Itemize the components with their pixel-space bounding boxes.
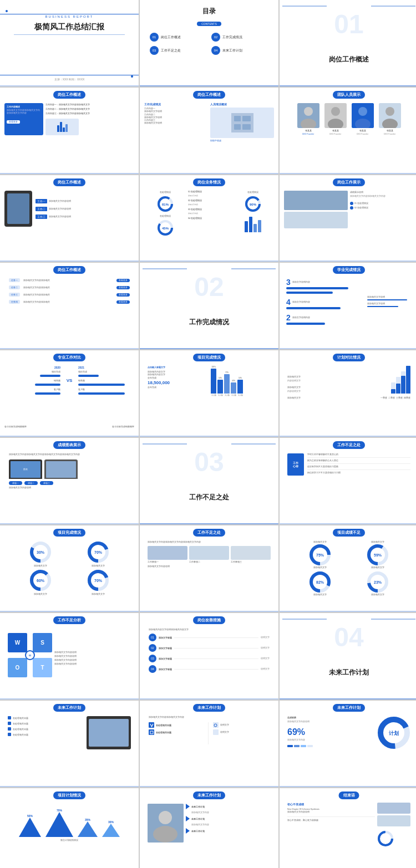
s21-chart4: 23% 添加相关文字 xyxy=(350,571,405,596)
s8-donut1: 81% xyxy=(157,196,174,212)
slide-28: 项目计划情况 50% 70% 35% 3 xyxy=(0,788,139,868)
s9-text1: 添加相关文字内容添加相关文字内容 xyxy=(350,195,414,198)
s30-swot xyxy=(377,830,410,847)
person-name-1: 张某某 xyxy=(305,129,312,132)
person-title-3: CEO Founder xyxy=(357,133,369,135)
s4-item1: 工作内容一：添加相关文字内容添加相关文字 xyxy=(45,103,134,106)
svg-text:82%: 82% xyxy=(316,580,324,584)
s29-step3: 未来工作计划 xyxy=(186,828,271,834)
s30-text2: 初心不变成绩，聚心发力谋新篇 xyxy=(287,819,375,822)
slide-5-title: 岗位工作概述 xyxy=(193,91,225,99)
toc-title: 目录 xyxy=(144,7,274,16)
slide-23: 岗位改善措施 添加相关内容文字说明添加相关内容文字 01 添加文字标题 说明文字… xyxy=(140,613,278,699)
toc-text-4: 未来工作计划 xyxy=(222,48,242,53)
toc-item-2: 02 工作完成情况 xyxy=(211,33,268,42)
s4-chart xyxy=(45,119,79,135)
slide-8: 岗位业务情况 在处理情况 81% 在处理情况 xyxy=(140,175,278,262)
s8-item04: 04 在处理情况 xyxy=(188,217,230,219)
s22-text1: 添加相关文字内容说明 xyxy=(54,651,131,653)
slide-15: 计划对比情况 添加相关文字 内容说明文字 添加相关文字 内容说明文字 添加相关文… xyxy=(280,350,416,437)
section-title-01: 岗位工作概述 xyxy=(329,55,369,64)
slide-10: 岗位工作概述 任务一 添加相关文字内容添加相关 查看更多 任务二 添加相关文字内… xyxy=(0,263,139,349)
svg-text:计划: 计划 xyxy=(389,731,399,736)
s9-photo2 xyxy=(284,212,348,228)
s8-donut3: 90% xyxy=(245,196,261,212)
s15-arrows: 一季度 二季度 三季度 四季度 xyxy=(350,366,410,399)
slide-grid: BUSINESS REPORT 极简风工作总结汇报 主讲：XXX 时间：XXXX… xyxy=(0,0,416,868)
s12-item1: 3 添加文字说明内容 xyxy=(286,278,364,286)
toc-item-4: 04 未来工作计划 xyxy=(211,46,268,55)
swot-center: 02 xyxy=(25,650,35,660)
s16-badge3: 课题三 xyxy=(40,481,53,485)
s25-item1: 在处理相关问题 xyxy=(8,716,84,719)
svg-point-6 xyxy=(304,107,313,116)
s18-item2: 因为之前没有积极的公从人类位 xyxy=(307,459,410,462)
person-name-2: 张某某 xyxy=(332,129,339,132)
slide-24: 04 未来工作计划 xyxy=(280,613,416,699)
s13-vs: VS xyxy=(64,366,75,395)
s22-text2: 添加相关文字内容说明 xyxy=(54,655,131,657)
s8-barchart xyxy=(245,217,261,232)
toc-num-3: 03 xyxy=(150,46,159,55)
section-num-02: 02 xyxy=(194,274,224,300)
slide-12-title: 学业完成情况 xyxy=(333,266,365,274)
slide-27: 未来工作计划 达成收获 添加相关文字内容说明 69% 添加相关文字内容 xyxy=(280,701,416,787)
s19-chart1: 30% 添加相关文字 xyxy=(13,541,68,567)
slide-28-title: 项目计划情况 xyxy=(53,792,85,799)
s5-photo xyxy=(210,108,274,138)
slide-13-title: 专业工作对比 xyxy=(53,354,85,361)
s10-task1: 任务一 添加相关文字内容添加相关 查看更多 xyxy=(9,278,130,282)
slide-30: 结束语 初心不变成绩 New Chapter Of Cohesion Symbi… xyxy=(280,788,416,868)
s12-item3: 2 添加文字说明内容 xyxy=(286,314,364,321)
s5-work-title: 工作完成情况 xyxy=(144,103,208,106)
s16-badge2: 课题二 xyxy=(24,481,38,485)
toc-item-3: 03 工作不足之处 xyxy=(150,46,207,55)
person-photo-3 xyxy=(352,103,374,128)
s26-item3: 说明文字 xyxy=(213,722,270,728)
s27-chart: 计划 xyxy=(377,716,410,749)
svg-rect-52 xyxy=(150,731,153,734)
s12-item2: 4 添加文字说明内容 xyxy=(286,298,364,306)
svg-rect-26 xyxy=(284,191,348,210)
section-num-03: 03 xyxy=(194,449,224,476)
slide-27-title: 未来工作计划 xyxy=(333,704,365,712)
s30-photo2 xyxy=(377,815,410,826)
svg-text:70%: 70% xyxy=(94,579,103,583)
slide-16: 成绩图表展示 添加相关文字内容添加相关文字内容添加相关文字内容添加相关文字内容 … xyxy=(0,438,139,524)
svg-text:60%: 60% xyxy=(37,579,45,583)
section-num-04: 04 xyxy=(334,624,363,651)
slide-8-title: 岗位业务情况 xyxy=(193,178,225,186)
slide-14: 项目完成情况 点击输入标题文字 添加相关内容文字添加相关内容文字全年完成18,5… xyxy=(140,350,278,437)
s18-item4: 岗位的学习下不大某些项目习习惯 xyxy=(307,472,410,474)
slide-7: 岗位工作概述 工作一 添加相关文字内容说明 工作二 添加相关文字内容说明 工作三 xyxy=(0,175,139,262)
s9-item1: 01 在处理情况 xyxy=(350,202,414,205)
s15-label1: 添加相关文字 xyxy=(287,375,348,378)
slide-23-title: 岗位改善措施 xyxy=(193,616,225,624)
s15-label3: 添加相关文字 xyxy=(287,396,348,399)
svg-point-58 xyxy=(159,811,172,824)
person-2: 张某某 CEO Founder xyxy=(323,103,348,135)
cover-main-title: 极简风工作总结汇报 xyxy=(34,22,104,32)
svg-text:45%: 45% xyxy=(162,227,169,230)
s27-legend xyxy=(287,745,375,747)
person-photo-1 xyxy=(297,103,319,128)
s16-laptop: 图表 xyxy=(9,459,42,479)
svg-rect-1 xyxy=(234,116,241,121)
slide-5: 岗位工作概述 工作完成情况 工作内容一添加相关文字说明工作内容二添加相关文字说明… xyxy=(140,88,278,174)
svg-rect-4 xyxy=(242,124,251,130)
s18-item3: 还没有学到不大某些项目习思路 xyxy=(307,466,410,468)
swot-s: S xyxy=(33,633,52,652)
toc-text-2: 工作完成情况 xyxy=(222,35,242,40)
slide-7-title: 岗位工作概述 xyxy=(53,178,85,186)
slide-3: 01 岗位工作概述 xyxy=(280,0,416,86)
s21-chart1: 添加相关文字 75% 添加相关文字 xyxy=(292,541,348,569)
toc-badge: CONTENTS xyxy=(197,22,221,26)
s8-pct3: 在处理情况 xyxy=(247,191,258,193)
slide-25-title: 未来工作计划 xyxy=(53,704,85,712)
s10-task4: 任务四 添加相关文字内容添加相关 查看更多 xyxy=(9,300,130,304)
slide-14-title: 项目完成情况 xyxy=(193,354,225,361)
s22-text4: 添加相关文字内容说明 xyxy=(54,663,131,665)
svg-text:59%: 59% xyxy=(374,553,382,557)
s23-item3: 03 添加文字标题 说明文字 xyxy=(149,655,270,662)
s13-year2: 2021 xyxy=(78,366,130,369)
